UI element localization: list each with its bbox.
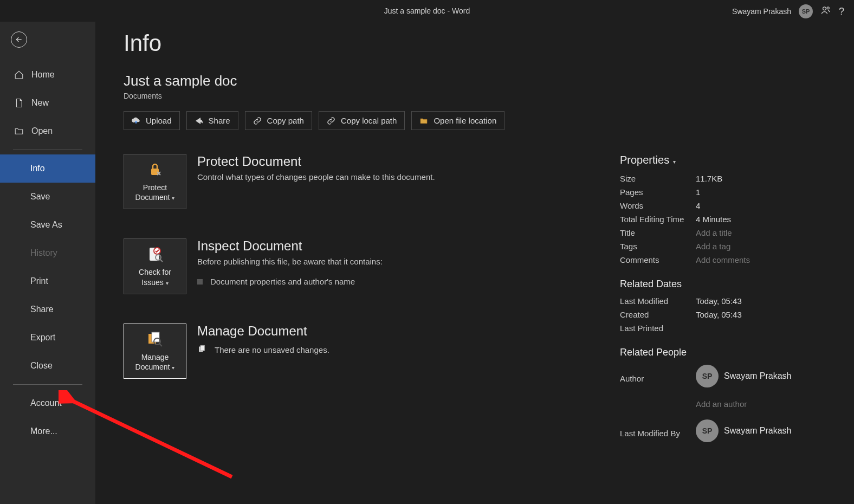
- prop-created-value: Today, 05:43: [696, 310, 742, 319]
- nav-save[interactable]: Save: [0, 183, 95, 211]
- prop-modifiedby-label: Last Modified By: [620, 429, 696, 438]
- nav-more[interactable]: More...: [0, 417, 95, 445]
- manage-desc: There are no unsaved changes.: [215, 345, 329, 354]
- prop-modified-value: Today, 05:43: [696, 296, 742, 306]
- prop-editing-value: 4 Minutes: [696, 215, 731, 224]
- add-author-input[interactable]: Add an author: [696, 399, 747, 409]
- window-title: Just a sample doc - Word: [384, 7, 470, 15]
- svg-point-0: [823, 7, 826, 10]
- backstage-sidebar: Home New Open Info Save Save As History …: [0, 22, 95, 504]
- action-row: Upload Share Copy path Copy local path O…: [124, 111, 826, 130]
- document-title: Just a sample doc: [124, 73, 826, 89]
- nav-print[interactable]: Print: [0, 267, 95, 295]
- inspect-bullet: Document properties and author's name: [210, 277, 355, 286]
- nav-home[interactable]: Home: [0, 61, 95, 89]
- nav-close-label: Close: [30, 361, 53, 371]
- properties-dropdown[interactable]: Properties ▾: [620, 154, 826, 166]
- prop-printed-label: Last Printed: [620, 324, 696, 333]
- nav-close[interactable]: Close: [0, 352, 95, 380]
- manage-title: Manage Document: [197, 324, 593, 339]
- main-content: Info Just a sample doc Documents Upload …: [95, 22, 854, 504]
- upload-button[interactable]: Upload: [124, 111, 180, 130]
- link-icon: [327, 117, 335, 125]
- share-button[interactable]: Share: [186, 111, 238, 130]
- prop-tags-input[interactable]: Add a tag: [696, 242, 730, 251]
- nav-export-label: Export: [30, 333, 55, 343]
- nav-export[interactable]: Export: [0, 324, 95, 352]
- related-people-header: Related People: [620, 347, 826, 358]
- prop-comments-input[interactable]: Add comments: [696, 255, 750, 264]
- lock-icon: [146, 161, 164, 178]
- properties-panel: Properties ▾ Size11.7KB Pages1 Words4 To…: [620, 154, 826, 451]
- titlebar: Just a sample doc - Word Swayam Prakash …: [0, 0, 854, 22]
- svg-point-1: [827, 7, 829, 9]
- folder-icon: [14, 126, 24, 136]
- nav-share[interactable]: Share: [0, 295, 95, 324]
- chevron-down-icon: ▾: [172, 365, 174, 371]
- versions-icon: [197, 344, 207, 356]
- bullet-icon: [197, 279, 203, 285]
- inspect-section: Check for Issues▾ Inspect Document Befor…: [124, 238, 593, 294]
- prop-words-value: 4: [696, 201, 700, 210]
- nav-separator: [13, 384, 82, 385]
- nav-save-as[interactable]: Save As: [0, 211, 95, 239]
- nav-home-label: Home: [31, 70, 55, 80]
- prop-author-label: Author: [620, 374, 696, 383]
- home-icon: [14, 70, 24, 80]
- prop-modified-label: Last Modified: [620, 296, 696, 306]
- user-name[interactable]: Swayam Prakash: [732, 7, 791, 16]
- share-icon: [195, 117, 203, 125]
- user-avatar[interactable]: SP: [799, 4, 813, 18]
- nav-account[interactable]: Account: [0, 389, 95, 417]
- modifiedby-avatar: SP: [696, 419, 719, 442]
- nav-print-label: Print: [30, 276, 48, 286]
- inspect-desc: Before publishing this file, be aware th…: [197, 257, 593, 266]
- open-file-location-button[interactable]: Open file location: [411, 111, 504, 130]
- document-path: Documents: [124, 92, 826, 100]
- nav-more-label: More...: [30, 427, 57, 436]
- nav-account-label: Account: [30, 398, 62, 408]
- link-icon: [253, 117, 262, 125]
- chevron-down-icon: ▾: [166, 280, 169, 286]
- prop-title-input[interactable]: Add a title: [696, 228, 732, 237]
- protect-desc: Control what types of changes people can…: [197, 172, 593, 182]
- nav-open[interactable]: Open: [0, 117, 95, 145]
- copy-local-path-button[interactable]: Copy local path: [319, 111, 405, 130]
- nav-info[interactable]: Info: [0, 154, 95, 183]
- inspect-icon: [146, 245, 164, 263]
- copy-path-button[interactable]: Copy path: [245, 111, 312, 130]
- nav-history-label: History: [30, 248, 57, 258]
- prop-editing-label: Total Editing Time: [620, 215, 696, 224]
- coauthor-icon[interactable]: [820, 5, 831, 18]
- nav-new-label: New: [31, 98, 49, 108]
- svg-rect-7: [152, 332, 159, 342]
- help-icon[interactable]: ?: [839, 6, 844, 17]
- prop-title-label: Title: [620, 228, 696, 237]
- svg-rect-10: [200, 345, 205, 351]
- document-icon: [14, 98, 24, 108]
- chevron-down-icon: ▾: [172, 195, 174, 201]
- related-dates-header: Related Dates: [620, 279, 826, 290]
- author-avatar: SP: [696, 365, 719, 387]
- manage-document-button[interactable]: Manage Document▾: [124, 324, 186, 379]
- modifiedby-person[interactable]: SP Swayam Prakash: [696, 419, 792, 442]
- prop-comments-label: Comments: [620, 255, 696, 264]
- check-issues-button[interactable]: Check for Issues▾: [124, 238, 186, 294]
- prop-pages-label: Pages: [620, 188, 696, 197]
- prop-created-label: Created: [620, 310, 696, 319]
- page-title: Info: [124, 30, 826, 56]
- manage-section: Manage Document▾ Manage Document There a…: [124, 324, 593, 379]
- nav-history: History: [0, 239, 95, 267]
- nav-separator: [13, 150, 82, 150]
- protect-document-button[interactable]: Protect Document▾: [124, 154, 186, 209]
- prop-tags-label: Tags: [620, 242, 696, 251]
- nav-new[interactable]: New: [0, 89, 95, 117]
- manage-icon: [146, 331, 164, 348]
- nav-open-label: Open: [31, 126, 53, 136]
- author-name: Swayam Prakash: [724, 371, 792, 381]
- author-person[interactable]: SP Swayam Prakash: [696, 365, 792, 387]
- modifiedby-name: Swayam Prakash: [724, 426, 792, 436]
- nav-info-label: Info: [30, 164, 45, 173]
- back-button[interactable]: [11, 31, 27, 48]
- nav-share-label: Share: [30, 305, 54, 314]
